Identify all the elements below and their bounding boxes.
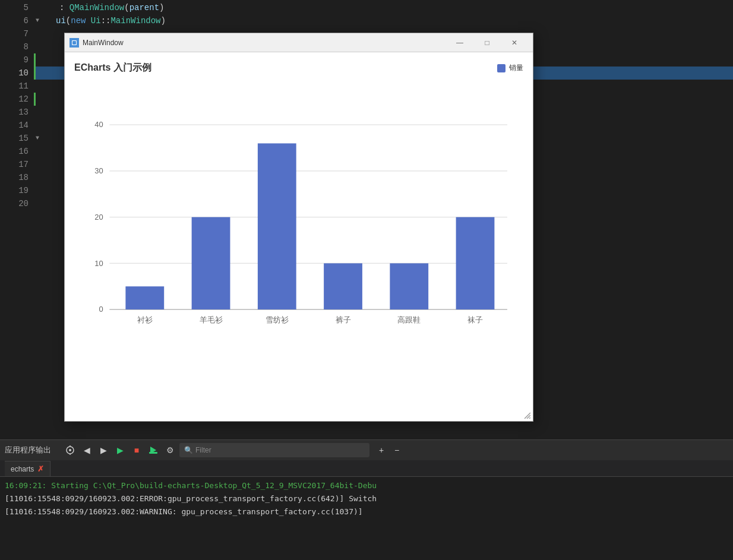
filter-input-wrap: 🔍 — [179, 443, 369, 457]
chart-container: ECharts 入门示例 销量 40 30 20 1 — [74, 62, 523, 412]
output-line-2: [11016:15548:0929/160923.002:ERROR:gpu_p… — [5, 492, 728, 505]
output-line-1: 16:09:21: Starting C:\Qt_Pro\build-echar… — [5, 479, 728, 492]
svg-text:羊毛衫: 羊毛衫 — [200, 315, 223, 324]
output-text-3: [11016:15548:0929/160923.002:WARNING: — [5, 507, 177, 516]
plus-minus-controls: + − — [374, 443, 404, 457]
svg-text:40: 40 — [94, 120, 103, 129]
anchor-button[interactable] — [63, 443, 77, 457]
fold-arrow-15[interactable]: ▼ — [36, 132, 39, 145]
bar-chenshan — [125, 286, 164, 309]
prev-button[interactable]: ◀ — [80, 443, 94, 457]
bar-yangmaoshan — [192, 217, 230, 310]
output-text-1: 16:09:21: Starting C:\Qt_Pro\build-echar… — [5, 481, 377, 490]
svg-text:0: 0 — [99, 305, 103, 314]
svg-text:雪纺衫: 雪纺衫 — [266, 315, 289, 324]
popup-title: MainWindow — [83, 39, 446, 47]
bar-gaogenzhe — [390, 263, 428, 309]
echarts-tab[interactable]: echarts ✗ — [5, 461, 50, 476]
window-controls: — □ ✕ — [446, 33, 528, 52]
green-bar-10 — [34, 67, 36, 80]
svg-text:高跟鞋: 高跟鞋 — [397, 315, 421, 324]
search-icon: 🔍 — [184, 446, 193, 455]
line-numbers: 5 6 7 8 9 10 11 12 13 14 15 16 17 18 19 … — [0, 0, 36, 439]
chart-title-area: ECharts 入门示例 销量 — [74, 62, 523, 74]
svg-point-23 — [69, 449, 71, 451]
legend-color-dot — [497, 64, 505, 72]
svg-text:衬衫: 衬衫 — [137, 315, 153, 324]
bottom-panel: 应用程序输出 ◀ ▶ ▶ ■ ⚙ 🔍 + − — [0, 439, 733, 560]
green-bar-12 — [34, 93, 36, 106]
app-icon — [69, 38, 79, 48]
green-bar-9 — [34, 53, 36, 67]
output-line-3: [11016:15548:0929/160923.002:WARNING: gp… — [5, 505, 728, 518]
next-button[interactable]: ▶ — [96, 443, 110, 457]
popup-content: ECharts 入门示例 销量 40 30 20 1 — [65, 52, 533, 421]
svg-text:袜子: 袜子 — [467, 315, 483, 324]
code-line-5: : QMainWindow(parent) — [36, 1, 733, 14]
close-button[interactable]: ✕ — [501, 33, 528, 52]
svg-rect-27 — [149, 452, 157, 454]
svg-text:裤子: 裤子 — [336, 315, 351, 324]
settings-button[interactable]: ⚙ — [163, 443, 177, 457]
bar-xuefengshan — [258, 143, 296, 309]
stop-button[interactable]: ■ — [129, 443, 144, 457]
tab-close-icon[interactable]: ✗ — [37, 464, 44, 473]
maximize-button[interactable]: □ — [473, 33, 501, 52]
svg-line-21 — [529, 417, 530, 419]
run-debug-button[interactable] — [146, 443, 160, 457]
resize-handle[interactable] — [522, 410, 530, 419]
svg-rect-2 — [72, 41, 76, 45]
code-line-6: ▼ ui(new Ui::MainWindow) — [36, 14, 733, 27]
filter-input[interactable] — [195, 446, 365, 454]
add-button[interactable]: + — [374, 443, 388, 457]
main-window-popup: MainWindow — □ ✕ ECharts 入门示例 销量 40 — [64, 33, 533, 422]
run-button[interactable]: ▶ — [113, 443, 127, 457]
svg-text:20: 20 — [94, 213, 103, 222]
panel-title: 应用程序输出 — [5, 445, 51, 455]
minimize-button[interactable]: — — [446, 33, 473, 52]
popup-titlebar: MainWindow — □ ✕ — [65, 33, 533, 52]
tab-label: echarts — [11, 465, 34, 473]
app-icon-svg — [71, 39, 78, 46]
chart-svg: 40 30 20 10 0 衬衫 — [74, 80, 523, 400]
fold-arrow-6[interactable]: ▼ — [36, 14, 39, 27]
output-text-2: [11016:15548:0929/160923.002:ERROR:gpu_p… — [5, 494, 377, 503]
svg-text:30: 30 — [94, 166, 103, 175]
chart-legend: 销量 — [497, 63, 523, 73]
legend-label: 销量 — [509, 63, 523, 73]
output-text-area: 16:09:21: Starting C:\Qt_Pro\build-echar… — [0, 477, 733, 560]
chart-title: ECharts 入门示例 — [74, 62, 151, 74]
bar-wazi — [456, 217, 495, 310]
subtract-button[interactable]: − — [390, 443, 404, 457]
bottom-toolbar: 应用程序输出 ◀ ▶ ▶ ■ ⚙ 🔍 + − — [0, 439, 733, 460]
svg-text:10: 10 — [94, 259, 103, 268]
output-tab-bar: echarts ✗ — [0, 460, 733, 477]
bar-kuzi — [324, 263, 362, 309]
